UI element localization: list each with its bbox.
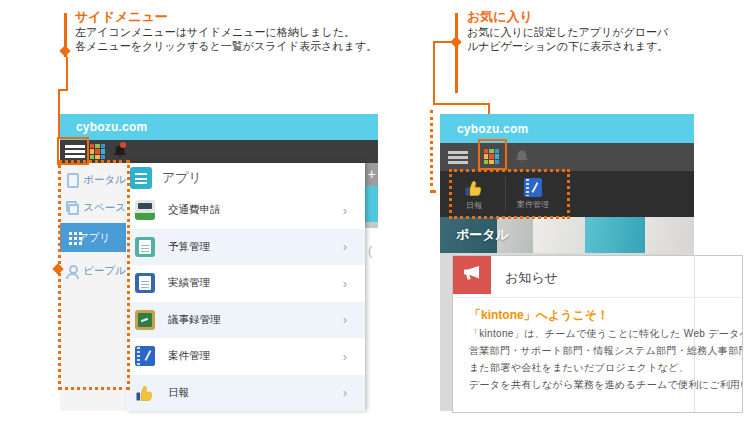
- calculator-blue-icon: [135, 273, 155, 293]
- background-banner: [365, 186, 378, 222]
- banner-block: [585, 217, 645, 253]
- banner-block: [645, 217, 694, 253]
- megaphone-icon: [460, 261, 484, 289]
- panel-title: アプリ: [162, 169, 202, 187]
- app-list: 交通費申請 › 予算管理 › 実績管理 › 議事録管理 ›: [126, 192, 365, 411]
- connector-dotted-line: [430, 110, 433, 193]
- annotation-marker-diamond: [59, 45, 70, 56]
- apps-launcher-icon[interactable]: [90, 144, 105, 159]
- annotation-text: お気に入りに設定したアプリがグローバ: [467, 25, 668, 40]
- list-item[interactable]: 予算管理 ›: [126, 229, 365, 266]
- banner-block: [533, 217, 585, 253]
- annotation-bar: [455, 13, 458, 93]
- annotation-text: ルナビゲーションの下に表示されます。: [467, 39, 668, 54]
- portal-title: ポータル: [456, 226, 509, 244]
- background-content: + (: [365, 163, 378, 411]
- hamburger-menu-icon[interactable]: [448, 151, 468, 164]
- help-page: サイドメニュー 左アイコンメニューはサイドメニューに格納しました。 各メニューを…: [0, 0, 745, 438]
- divider: [365, 222, 378, 228]
- notification-bell-icon[interactable]: [514, 149, 530, 169]
- announcement-text: データを共有しながら業務を進めるチームで便利にご利用いただ: [469, 378, 743, 392]
- chevron-right-icon: ›: [343, 349, 347, 364]
- cut-off-element: (: [368, 243, 372, 258]
- add-button[interactable]: +: [365, 163, 378, 186]
- announcement-text: また部署や会社をまたいだプロジェクトなど、: [469, 361, 689, 375]
- highlight-dotted-side-menu: [58, 160, 130, 390]
- app-label: 実績管理: [168, 276, 210, 290]
- app-list-icon: [130, 167, 152, 189]
- annotation-title: お気に入り: [467, 8, 533, 26]
- list-item[interactable]: 交通費申請 ›: [126, 192, 365, 229]
- connector-line: [433, 41, 455, 43]
- portal-banner: ポータル: [440, 217, 694, 253]
- list-item[interactable]: 案件管理 ›: [126, 338, 365, 375]
- chevron-right-icon: ›: [343, 203, 347, 218]
- brand-logo: cybozu.com: [76, 120, 147, 134]
- app-label: 議事録管理: [168, 313, 221, 327]
- list-item[interactable]: 議事録管理 ›: [126, 302, 365, 339]
- app-label: 予算管理: [168, 240, 210, 254]
- chevron-right-icon: ›: [343, 276, 347, 291]
- announcement-text: 「kintone」は、チームで使うことに特化した Web データベー: [469, 327, 743, 341]
- announcement-card: お知らせ 「kintone」へようこそ！ 「kintone」は、チームで使うこと…: [452, 255, 743, 413]
- connector-line: [433, 103, 490, 105]
- annotation-text: 左アイコンメニューはサイドメニューに格納しました。: [75, 25, 355, 40]
- app-header: cybozu.com: [60, 114, 378, 140]
- app-label: 案件管理: [168, 349, 210, 363]
- chalkboard-icon: [135, 310, 155, 330]
- brand-logo: cybozu.com: [457, 122, 528, 136]
- highlight-dotted-favorites: [449, 169, 570, 219]
- train-icon: [135, 200, 155, 220]
- apps-slide-panel: アプリ 交通費申請 › 予算管理 › 実績管理 ›: [126, 163, 365, 411]
- chevron-right-icon: ›: [343, 239, 347, 254]
- announcement-title: お知らせ: [505, 269, 558, 287]
- notification-badge: [120, 142, 126, 148]
- chevron-right-icon: ›: [343, 312, 347, 327]
- welcome-heading: 「kintone」へようこそ！: [469, 307, 609, 324]
- list-item[interactable]: 実績管理 ›: [126, 265, 365, 302]
- panel-header: アプリ: [126, 163, 365, 193]
- divider: [453, 297, 742, 298]
- announcement-text: 営業部門・サポート部門・情報システム部門・総務人事部門、: [469, 344, 743, 358]
- highlight-box-apps-launcher: [478, 139, 507, 170]
- app-label: 交通費申請: [168, 203, 221, 217]
- calculator-teal-icon: [135, 237, 155, 257]
- chevron-right-icon: ›: [343, 385, 347, 400]
- annotation-text: 各メニューをクリックすると一覧がスライド表示されます。: [75, 39, 377, 54]
- app-label: 日報: [168, 386, 189, 400]
- connector-line: [66, 57, 68, 91]
- notebook-icon: [135, 346, 155, 366]
- annotation-title: サイドメニュー: [75, 8, 168, 26]
- connector-line: [433, 41, 435, 105]
- announcement-icon-tile: [453, 256, 491, 294]
- thumbs-up-icon: [135, 383, 155, 403]
- list-item[interactable]: 日報 ›: [126, 375, 365, 412]
